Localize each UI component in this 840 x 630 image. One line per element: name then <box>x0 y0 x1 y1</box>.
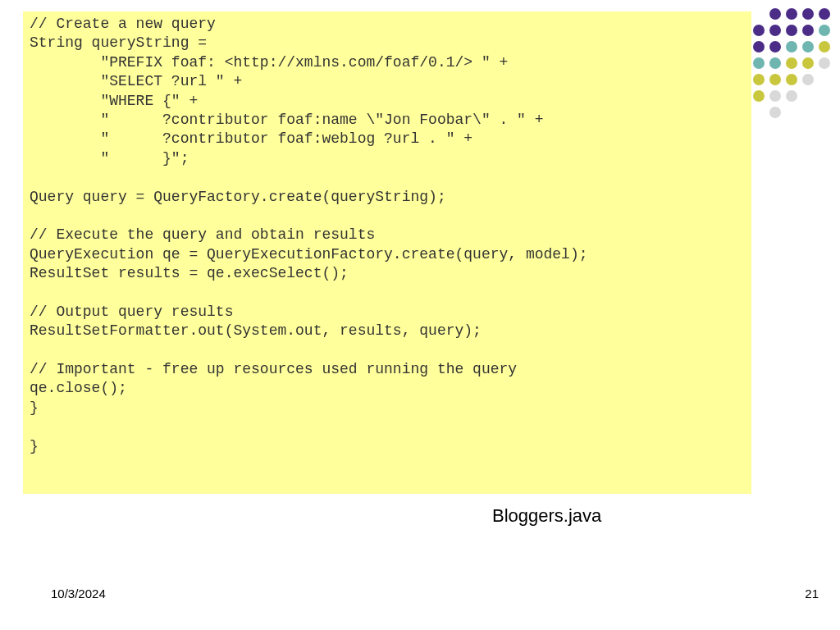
decorative-dot <box>802 25 814 36</box>
decorative-dot <box>802 8 814 20</box>
decorative-dot <box>819 57 830 69</box>
decorative-dot <box>753 107 765 118</box>
decorative-dot <box>802 90 814 102</box>
decorative-dot <box>802 107 814 118</box>
decorative-dot <box>769 107 781 118</box>
caption-filename: Bloggers.java <box>492 505 601 527</box>
decorative-dot <box>802 41 814 52</box>
decorative-dot <box>753 8 765 20</box>
decorative-dot <box>769 57 781 69</box>
decorative-dot <box>819 41 830 52</box>
decorative-dot <box>786 41 797 52</box>
decorative-dot <box>819 74 830 85</box>
decorative-dot <box>819 90 830 102</box>
decorative-dot <box>786 90 797 102</box>
decorative-dot <box>769 8 781 20</box>
decorative-dot <box>786 107 797 118</box>
decorative-dot <box>769 25 781 36</box>
decorative-dot <box>753 25 765 36</box>
code-block: // Create a new query String queryString… <box>23 11 751 494</box>
footer-page-number: 21 <box>805 587 819 600</box>
decorative-dot <box>769 90 781 102</box>
decorative-dot <box>753 90 765 102</box>
decorative-dot <box>786 57 797 69</box>
decorative-dot <box>753 57 765 69</box>
decorative-dot <box>819 8 830 20</box>
decorative-dot <box>753 74 765 85</box>
decorative-dot <box>819 107 830 118</box>
footer-date: 10/3/2024 <box>51 587 106 600</box>
decorative-dot <box>786 25 797 36</box>
decorative-dot <box>786 74 797 85</box>
decorative-dot <box>786 8 797 20</box>
decorative-dot <box>769 41 781 52</box>
decorative-dot <box>819 25 830 36</box>
decorative-dot <box>769 74 781 85</box>
decorative-dot <box>802 57 814 69</box>
decorative-dot <box>753 41 765 52</box>
decorative-dot <box>802 74 814 85</box>
